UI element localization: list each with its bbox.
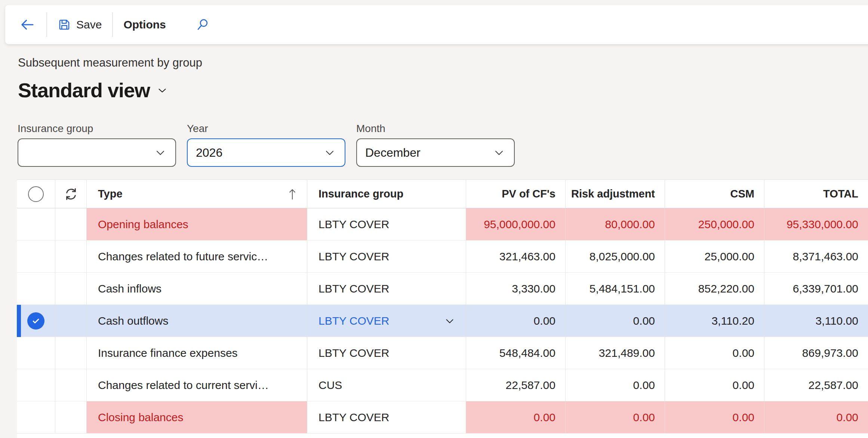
row-select-cell[interactable]	[17, 208, 55, 241]
pv-of-cfs-cell[interactable]: 548,484.00	[466, 337, 566, 369]
year-dropdown[interactable]: 2026	[187, 138, 345, 167]
risk-adjustment-cell[interactable]: 5,484,151.00	[566, 273, 665, 305]
column-header-risk-adjustment[interactable]: Risk adjustment	[566, 180, 665, 208]
type-cell[interactable]: Changes related to current servi…	[87, 369, 307, 401]
partial-empty-row	[17, 434, 868, 438]
table-row[interactable]: Insurance finance expenses LBTY COVER 54…	[17, 337, 868, 369]
column-header-total[interactable]: TOTAL	[764, 180, 868, 208]
month-label: Month	[356, 123, 515, 135]
pv-of-cfs-cell[interactable]: 321,463.00	[466, 241, 566, 273]
csm-cell[interactable]: 0.00	[665, 369, 764, 401]
pv-of-cfs-cell[interactable]: 95,000,000.00	[466, 208, 566, 241]
search-icon	[196, 18, 210, 32]
save-button[interactable]: Save	[50, 10, 109, 39]
risk-adjustment-cell[interactable]: 0.00	[566, 305, 665, 337]
filter-bar: Insurance group Year 2026 Month December	[18, 123, 515, 167]
csm-cell[interactable]: 0.00	[665, 401, 764, 434]
column-header-type[interactable]: Type	[87, 180, 307, 208]
column-header-insurance-group[interactable]: Insurance group	[307, 180, 466, 208]
table-row[interactable]: Changes related to future servic… LBTY C…	[17, 241, 868, 273]
total-cell[interactable]: 22,587.00	[764, 369, 868, 401]
csm-cell[interactable]: 250,000.00	[665, 208, 764, 241]
insurance-group-cell[interactable]: LBTY COVER	[307, 208, 466, 241]
pv-of-cfs-cell[interactable]: 3,330.00	[466, 273, 566, 305]
total-cell[interactable]: 8,371,463.00	[764, 241, 868, 273]
type-cell[interactable]: Cash outflows	[87, 305, 307, 337]
insurance-group-cell[interactable]: LBTY COVER	[307, 305, 466, 337]
total-cell[interactable]: 0.00	[764, 401, 868, 434]
insurance-group-cell[interactable]: LBTY COVER	[307, 337, 466, 369]
row-gutter-cell	[55, 337, 87, 369]
table-row[interactable]: Cash inflows LBTY COVER 3,330.00 5,484,1…	[17, 273, 868, 305]
grid-header-row: Type Insurance group PV of CF's Risk adj…	[17, 180, 868, 208]
risk-adjustment-cell[interactable]: 8,025,000.00	[566, 241, 665, 273]
csm-cell[interactable]: 852,220.00	[665, 273, 764, 305]
table-row[interactable]: Closing balances LBTY COVER 0.00 0.00 0.…	[17, 401, 868, 434]
csm-cell[interactable]: 25,000.00	[665, 241, 764, 273]
column-header-pv-of-cfs[interactable]: PV of CF's	[466, 180, 566, 208]
chevron-down-icon	[323, 146, 336, 159]
type-cell[interactable]: Insurance finance expenses	[87, 337, 307, 369]
chevron-down-icon	[154, 146, 167, 159]
chevron-down-icon	[492, 146, 506, 159]
risk-adjustment-cell[interactable]: 0.00	[566, 369, 665, 401]
options-menu-button[interactable]: Options	[116, 10, 173, 39]
view-switcher[interactable]: Standard view	[18, 79, 169, 102]
month-dropdown[interactable]: December	[356, 138, 515, 167]
filter-year: Year 2026	[187, 123, 345, 167]
csm-cell[interactable]: 3,110.20	[665, 305, 764, 337]
select-all-checkbox[interactable]	[28, 186, 44, 202]
table-row[interactable]: Opening balances LBTY COVER 95,000,000.0…	[17, 208, 868, 241]
save-icon	[58, 18, 71, 31]
measurement-grid: Type Insurance group PV of CF's Risk adj…	[17, 180, 868, 438]
column-header-csm[interactable]: CSM	[665, 180, 764, 208]
type-cell[interactable]: Opening balances	[87, 208, 307, 241]
risk-adjustment-cell[interactable]: 321,489.00	[566, 337, 665, 369]
insurance-group-cell[interactable]: CUS	[307, 369, 466, 401]
table-row[interactable]: Cash outflows LBTY COVER 0.00 0.00 3,110…	[17, 305, 868, 337]
row-select-cell[interactable]	[17, 241, 55, 273]
insurance-group-cell[interactable]: LBTY COVER	[307, 273, 466, 305]
row-gutter-cell	[55, 401, 87, 434]
type-cell[interactable]: Cash inflows	[87, 273, 307, 305]
row-select-cell[interactable]	[17, 369, 55, 401]
refresh-icon[interactable]	[63, 186, 79, 202]
csm-cell[interactable]: 0.00	[665, 337, 764, 369]
pv-of-cfs-cell[interactable]: 0.00	[466, 401, 566, 434]
back-arrow-icon	[19, 17, 36, 32]
insurance-group-cell[interactable]: LBTY COVER	[307, 401, 466, 434]
back-button[interactable]	[11, 10, 43, 39]
toolbar-divider	[112, 12, 113, 37]
page-caption: Subsequent measurement by group	[18, 56, 202, 70]
chevron-down-icon	[156, 84, 169, 97]
command-bar: Save Options	[5, 5, 868, 44]
type-cell[interactable]: Changes related to future servic…	[87, 241, 307, 273]
risk-adjustment-cell[interactable]: 0.00	[566, 401, 665, 434]
pv-of-cfs-cell[interactable]: 0.00	[466, 305, 566, 337]
total-cell[interactable]: 95,330,000.00	[764, 208, 868, 241]
row-gutter-cell	[55, 241, 87, 273]
checkmark-icon	[30, 315, 41, 327]
total-cell[interactable]: 869,973.00	[764, 337, 868, 369]
row-selected-checkbox[interactable]	[27, 312, 44, 330]
row-select-cell[interactable]	[17, 305, 55, 337]
page-title: Standard view	[18, 79, 150, 102]
year-value: 2026	[196, 146, 323, 160]
row-gutter-cell	[55, 273, 87, 305]
pv-of-cfs-cell[interactable]: 22,587.00	[466, 369, 566, 401]
type-cell[interactable]: Closing balances	[87, 401, 307, 434]
row-select-cell[interactable]	[17, 337, 55, 369]
row-select-cell[interactable]	[17, 401, 55, 434]
insurance-group-dropdown[interactable]	[18, 138, 176, 167]
total-cell[interactable]: 6,339,701.00	[764, 273, 868, 305]
search-button[interactable]	[188, 10, 218, 39]
row-select-cell[interactable]	[17, 273, 55, 305]
total-cell[interactable]: 3,110.00	[764, 305, 868, 337]
table-row[interactable]: Changes related to current servi… CUS 22…	[17, 369, 868, 401]
risk-adjustment-cell[interactable]: 80,000.00	[566, 208, 665, 241]
chevron-down-icon[interactable]	[443, 315, 456, 327]
insurance-group-label: Insurance group	[18, 123, 176, 135]
insurance-group-cell[interactable]: LBTY COVER	[307, 241, 466, 273]
toolbar-divider	[46, 12, 47, 37]
month-value: December	[365, 146, 492, 160]
